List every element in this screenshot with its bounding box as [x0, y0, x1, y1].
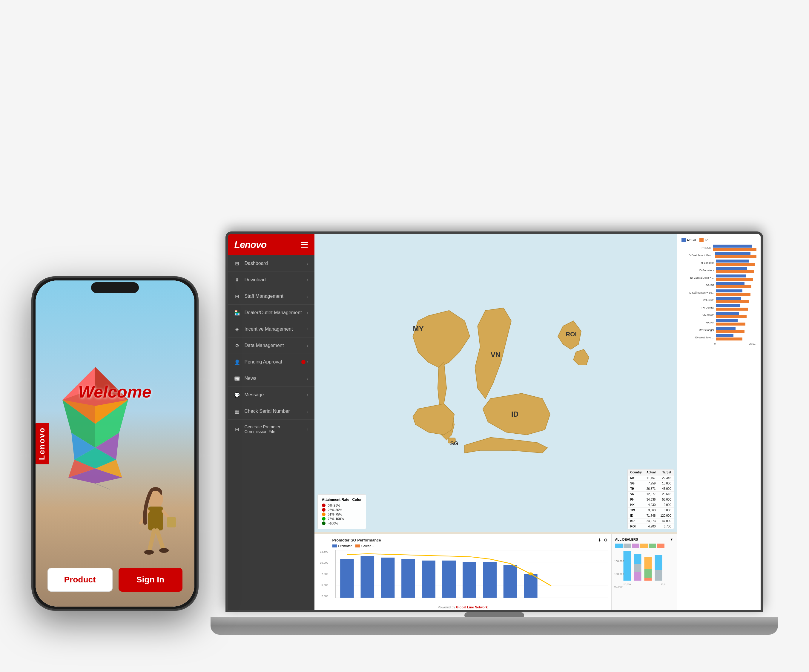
arrow-icon-download: ›	[307, 277, 309, 282]
svg-rect-50	[634, 572, 641, 581]
bar-actual-thbangkok	[716, 260, 749, 262]
table-row: SG7,95913,000	[628, 481, 673, 486]
sidebar-item-dealer[interactable]: 🏪 Dealer/Outlet Management ›	[228, 305, 314, 321]
svg-line-21	[149, 531, 154, 550]
bar-target-vnsouth	[716, 315, 747, 318]
sidebar-item-news[interactable]: 📰 News ›	[228, 370, 314, 387]
col-header-target: Target	[658, 469, 673, 475]
product-button[interactable]: Product	[47, 568, 112, 591]
svg-text:VN: VN	[490, 351, 500, 359]
legend-row-1: 0%-25%	[322, 504, 362, 507]
svg-rect-55	[655, 570, 662, 581]
sidebar-item-staff[interactable]: ⊞ Staff Management ›	[228, 288, 314, 305]
sidebar-item-data[interactable]: ⚙ Data Management ›	[228, 338, 314, 354]
table-row: ROI4,9006,700	[628, 524, 673, 529]
bar-row-myselangor: MY-Selangor	[681, 327, 757, 333]
legend-text-actual: Actual	[687, 239, 696, 242]
legend-label-3: 51%-75%	[328, 512, 342, 516]
legend-color-to	[700, 238, 703, 242]
hamburger-line-3	[301, 247, 308, 248]
bar-target-ideastjava	[715, 255, 757, 258]
sidebar-item-approval[interactable]: 👤 Pending Approval ›	[228, 354, 314, 370]
sidebar-label-dealer: Dealer/Outlet Management	[245, 310, 303, 316]
bar-actual-idcentraljava	[716, 274, 746, 277]
arrow-icon-incentive: ›	[307, 327, 309, 331]
swatch-4	[640, 544, 648, 548]
table-row: TH26,87146,000	[628, 486, 673, 492]
legend-text-to: To	[705, 239, 708, 242]
sidebar-label-data: Data Management	[245, 343, 303, 348]
bar-actual-idkalimantan	[716, 289, 742, 292]
bar-label-idwestjava: ID-West Java ...	[681, 336, 714, 339]
data-icon: ⚙	[234, 342, 240, 349]
legend-row-5: >100%	[322, 521, 362, 525]
bar-chart-legend: Actual To	[681, 238, 757, 242]
lenovo-logo: Lenovo	[235, 239, 267, 250]
hamburger-line-2	[301, 244, 308, 245]
sidebar-item-message[interactable]: 💬 Message ›	[228, 387, 314, 403]
bar-target-idkalimantan	[716, 293, 750, 296]
signin-button[interactable]: Sign In	[119, 568, 183, 591]
sidebar-item-download[interactable]: ⬇ Download ›	[228, 272, 314, 288]
bar-actual-phncr	[713, 245, 752, 248]
y-right-label-3: 50,000	[614, 585, 624, 588]
svg-rect-40	[442, 561, 456, 598]
legend-dot-1	[322, 504, 326, 507]
svg-text:ID: ID	[511, 410, 519, 418]
legend-row-4: 76%-100%	[322, 517, 362, 521]
svg-rect-49	[634, 564, 641, 572]
dealers-dropdown-icon[interactable]: ▼	[670, 538, 673, 541]
svg-point-24	[159, 548, 169, 553]
swatch-3	[632, 544, 639, 548]
phone-notch	[91, 282, 139, 293]
sidebar-label-message: Message	[245, 392, 303, 398]
svg-line-13	[95, 484, 110, 489]
legend-dot-2	[322, 508, 326, 512]
bar-row-sgsg: SG-SG	[681, 282, 757, 288]
bar-target-idwestjava	[716, 338, 742, 341]
svg-point-23	[144, 550, 154, 554]
table-row: HK4,9309,000	[628, 502, 673, 508]
legend-color-actual	[681, 238, 686, 242]
legend-color-promoter	[332, 544, 337, 548]
commission-icon: ⊞	[234, 426, 240, 432]
bar-row-hkhk: HK-HK	[681, 319, 757, 326]
approval-badge	[301, 360, 305, 364]
bar-row-idcentraljava: ID-Central Java + ...	[681, 274, 757, 281]
phone-hero: Welcome	[35, 281, 195, 606]
legend-dot-3	[322, 512, 326, 516]
bar-row-vnnorth: VN-North	[681, 297, 757, 303]
hamburger-menu-button[interactable]	[301, 242, 308, 248]
sidebar-item-commission[interactable]: ⊞ Generate Promoter Commission File ›	[228, 420, 314, 439]
sidebar-label-serial: Check Serial Number	[245, 408, 303, 414]
bar-label-sgsg: SG-SG	[681, 284, 714, 287]
bar-label-hkhk: HK-HK	[681, 321, 714, 324]
sidebar-label-download: Download	[245, 277, 303, 282]
bar-actual-vnsouth	[716, 312, 739, 315]
bar-label-thbangkok: TH-Bangkok	[681, 261, 714, 264]
settings-chart-icon[interactable]: ⚙	[604, 538, 608, 543]
sidebar-item-incentive[interactable]: ◈ Incentive Management ›	[228, 321, 314, 338]
table-row: PH34,63658,000	[628, 497, 673, 502]
download-chart-icon[interactable]: ⬇	[598, 538, 601, 543]
bar-label-ideastjava: ID-East Java + Ban...	[681, 254, 713, 257]
sidebar-item-serial[interactable]: ▦ Check Serial Number ›	[228, 403, 314, 420]
bar-target-thbangkok	[716, 263, 755, 266]
y-label-2: 10,000	[320, 561, 329, 564]
svg-point-45	[528, 573, 533, 576]
x-axis-labels: 0 25,0...	[681, 342, 757, 345]
phone: Lenovo	[31, 276, 199, 611]
laptop-screen: Lenovo ⊞ Dashboard › ⬇	[228, 234, 760, 610]
arrow-icon-commission: ›	[307, 427, 309, 432]
legend-label-4: 76%-100%	[328, 517, 344, 521]
bar-actual-sgsg	[716, 282, 745, 285]
laptop-body	[211, 617, 778, 635]
phone-welcome-text: Welcome	[35, 382, 195, 402]
legend-actual: Actual	[681, 238, 696, 242]
svg-rect-48	[634, 554, 641, 564]
laptop-lid: Lenovo ⊞ Dashboard › ⬇	[225, 232, 763, 612]
legend-label-promoter: Promoter	[338, 544, 352, 548]
arrow-icon-message: ›	[307, 392, 309, 397]
sidebar-item-dashboard[interactable]: ⊞ Dashboard ›	[228, 255, 314, 272]
legend-label-1: 0%-25%	[328, 504, 341, 507]
